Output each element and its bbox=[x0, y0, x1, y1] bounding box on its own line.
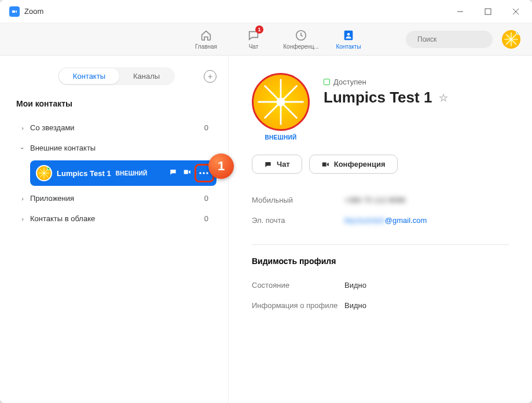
group-external[interactable]: › Внешние контакты bbox=[16, 138, 217, 158]
svg-point-6 bbox=[347, 32, 350, 35]
star-icon[interactable]: ☆ bbox=[439, 91, 448, 104]
svg-point-24 bbox=[276, 97, 285, 106]
search-box[interactable] bbox=[406, 31, 493, 48]
zoom-app-icon bbox=[9, 6, 20, 17]
external-tag: ВНЕШНИЙ bbox=[265, 134, 297, 141]
profile-name: Lumpics Test 1 ☆ bbox=[324, 89, 448, 107]
video-camera-icon bbox=[321, 160, 329, 168]
group-cloud[interactable]: › Контакты в облаке 0 bbox=[16, 208, 217, 229]
window-title: Zoom bbox=[24, 7, 43, 16]
home-icon bbox=[200, 29, 212, 42]
tab-contacts[interactable]: Контакты bbox=[59, 68, 119, 84]
chevron-right-icon: › bbox=[19, 215, 27, 222]
visibility-header: Видимость профиля bbox=[252, 257, 509, 266]
meeting-button[interactable]: Конференция bbox=[309, 155, 398, 174]
chat-action-icon[interactable] bbox=[169, 168, 177, 178]
minimize-button[interactable] bbox=[453, 5, 467, 19]
chevron-down-icon: › bbox=[19, 144, 26, 152]
group-starred[interactable]: › Со звездами 0 bbox=[16, 118, 217, 138]
divider bbox=[252, 244, 509, 245]
chat-button[interactable]: Чат bbox=[252, 155, 302, 174]
mobile-value: +380 73 112 8098 bbox=[344, 196, 405, 204]
video-action-icon[interactable] bbox=[183, 168, 191, 178]
nav-tab-contacts[interactable]: Контакты bbox=[328, 29, 369, 50]
search-input[interactable] bbox=[417, 35, 504, 43]
close-button[interactable] bbox=[509, 5, 523, 19]
section-my-contacts: Мои контакты bbox=[16, 99, 217, 108]
tab-channels[interactable]: Каналы bbox=[119, 68, 174, 84]
chat-badge: 1 bbox=[255, 25, 263, 34]
status-indicator bbox=[516, 30, 520, 35]
titlebar: Zoom bbox=[0, 0, 532, 23]
maximize-button[interactable] bbox=[481, 5, 495, 19]
user-avatar[interactable] bbox=[502, 30, 520, 49]
svg-point-19 bbox=[206, 172, 208, 174]
add-contact-button[interactable]: + bbox=[204, 70, 217, 83]
contacts-sidebar: Контакты Каналы + Мои контакты › Со звез… bbox=[0, 56, 229, 403]
chevron-right-icon: › bbox=[19, 124, 27, 131]
nav-tab-chat[interactable]: 1 Чат bbox=[233, 29, 274, 50]
profile-info-row: Информация о профиле Видно bbox=[252, 295, 509, 316]
chat-icon: 1 bbox=[247, 29, 260, 42]
chat-bubble-icon bbox=[264, 160, 272, 168]
clock-icon bbox=[295, 29, 307, 42]
chevron-right-icon: › bbox=[19, 195, 27, 202]
svg-point-17 bbox=[199, 172, 201, 174]
email-row: Эл. почта iley.kuzmich@gmail.com bbox=[252, 210, 509, 230]
email-value[interactable]: iley.kuzmich@gmail.com bbox=[344, 216, 427, 225]
tutorial-callout: 1 bbox=[208, 153, 234, 179]
mobile-row: Мобильный +380 73 112 8098 bbox=[252, 190, 509, 210]
nav-tab-home[interactable]: Главная bbox=[185, 29, 227, 50]
sidebar-tab-switcher: Контакты Каналы bbox=[58, 67, 175, 85]
contacts-icon bbox=[342, 29, 355, 42]
group-apps[interactable]: › Приложения 0 bbox=[16, 188, 217, 208]
top-navigation: Главная 1 Чат Конференц... Контакты bbox=[0, 23, 532, 56]
nav-tab-meetings[interactable]: Конференц... bbox=[280, 29, 322, 50]
profile-avatar bbox=[252, 73, 310, 131]
state-row: Состояние Видно bbox=[252, 275, 509, 295]
app-window: Zoom Главная 1 Чат Конференц... bbox=[0, 0, 532, 403]
contact-avatar bbox=[36, 165, 52, 181]
contact-detail-panel: ВНЕШНИЙ Доступен Lumpics Test 1 ☆ Ч bbox=[229, 56, 532, 403]
svg-point-18 bbox=[203, 172, 205, 174]
presence-status: Доступен bbox=[324, 78, 448, 86]
svg-rect-1 bbox=[485, 9, 491, 14]
status-indicator-icon bbox=[324, 79, 330, 85]
contact-item-selected[interactable]: Lumpics Test 1 ВНЕШНИЙ 1 bbox=[30, 160, 217, 186]
status-indicator bbox=[47, 165, 52, 170]
